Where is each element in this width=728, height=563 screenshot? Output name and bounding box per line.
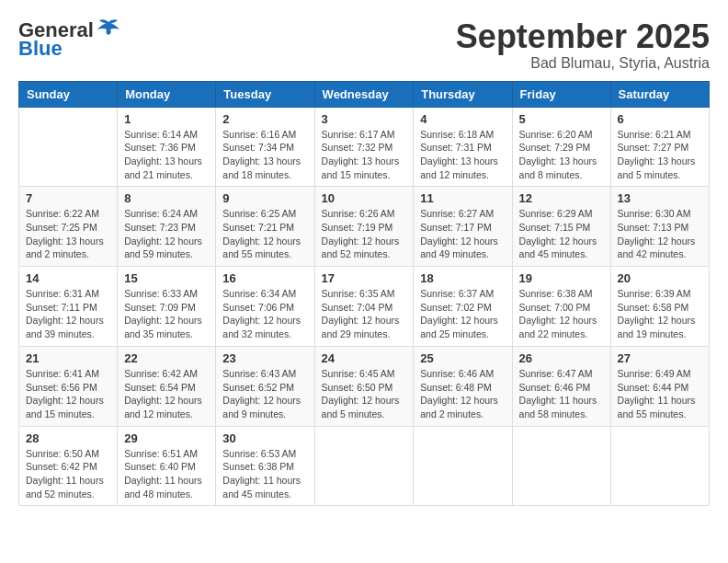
- day-number: 22: [124, 351, 209, 365]
- calendar-cell: 23Sunrise: 6:43 AM Sunset: 6:52 PM Dayli…: [216, 346, 314, 426]
- day-info: Sunrise: 6:30 AM Sunset: 7:13 PM Dayligh…: [618, 207, 702, 261]
- location: Bad Blumau, Styria, Austria: [456, 55, 710, 72]
- day-number: 23: [222, 351, 307, 365]
- calendar-header-thursday: Thursday: [414, 81, 512, 107]
- calendar-cell: 18Sunrise: 6:37 AM Sunset: 7:02 PM Dayli…: [414, 267, 512, 347]
- calendar-cell: 21Sunrise: 6:41 AM Sunset: 6:56 PM Dayli…: [19, 346, 118, 426]
- day-info: Sunrise: 6:50 AM Sunset: 6:42 PM Dayligh…: [26, 447, 110, 501]
- calendar-cell: [314, 426, 414, 506]
- day-number: 9: [222, 191, 307, 205]
- day-info: Sunrise: 6:14 AM Sunset: 7:36 PM Dayligh…: [124, 128, 209, 182]
- day-info: Sunrise: 6:51 AM Sunset: 6:40 PM Dayligh…: [124, 447, 209, 501]
- day-info: Sunrise: 6:27 AM Sunset: 7:17 PM Dayligh…: [420, 207, 505, 261]
- day-number: 20: [618, 271, 702, 285]
- day-info: Sunrise: 6:47 AM Sunset: 6:46 PM Dayligh…: [519, 367, 604, 421]
- day-number: 1: [124, 112, 209, 126]
- calendar-header-friday: Friday: [512, 81, 610, 107]
- day-number: 25: [420, 351, 505, 365]
- calendar-cell: 8Sunrise: 6:24 AM Sunset: 7:23 PM Daylig…: [118, 187, 216, 267]
- day-number: 5: [519, 112, 604, 126]
- day-number: 18: [420, 271, 505, 285]
- day-number: 4: [420, 112, 505, 126]
- day-number: 24: [322, 351, 407, 365]
- day-number: 11: [420, 191, 505, 205]
- calendar-header-wednesday: Wednesday: [314, 81, 414, 107]
- title-block: September 2025 Bad Blumau, Styria, Austr…: [456, 18, 710, 72]
- calendar-cell: 26Sunrise: 6:47 AM Sunset: 6:46 PM Dayli…: [512, 346, 610, 426]
- calendar-header-sunday: Sunday: [19, 81, 118, 107]
- calendar-week-row: 28Sunrise: 6:50 AM Sunset: 6:42 PM Dayli…: [19, 426, 710, 506]
- calendar-header-monday: Monday: [118, 81, 216, 107]
- calendar-cell: 7Sunrise: 6:22 AM Sunset: 7:25 PM Daylig…: [19, 187, 118, 267]
- day-info: Sunrise: 6:29 AM Sunset: 7:15 PM Dayligh…: [519, 207, 604, 261]
- day-number: 29: [124, 431, 209, 445]
- calendar-cell: 27Sunrise: 6:49 AM Sunset: 6:44 PM Dayli…: [610, 346, 709, 426]
- day-number: 17: [322, 271, 407, 285]
- page-header: General Blue September 2025 Bad Blumau, …: [18, 18, 710, 72]
- calendar-cell: 28Sunrise: 6:50 AM Sunset: 6:42 PM Dayli…: [19, 426, 118, 506]
- day-info: Sunrise: 6:21 AM Sunset: 7:27 PM Dayligh…: [618, 128, 702, 182]
- day-number: 13: [618, 191, 702, 205]
- calendar-header-saturday: Saturday: [610, 81, 709, 107]
- day-number: 21: [26, 351, 110, 365]
- day-number: 7: [26, 191, 110, 205]
- calendar-cell: [19, 107, 118, 187]
- day-info: Sunrise: 6:24 AM Sunset: 7:23 PM Dayligh…: [124, 207, 209, 261]
- day-info: Sunrise: 6:31 AM Sunset: 7:11 PM Dayligh…: [26, 287, 110, 341]
- day-number: 26: [519, 351, 604, 365]
- month-title: September 2025: [456, 18, 710, 55]
- calendar-week-row: 1Sunrise: 6:14 AM Sunset: 7:36 PM Daylig…: [19, 107, 710, 187]
- calendar-cell: 16Sunrise: 6:34 AM Sunset: 7:06 PM Dayli…: [216, 267, 314, 347]
- calendar-week-row: 21Sunrise: 6:41 AM Sunset: 6:56 PM Dayli…: [19, 346, 710, 426]
- day-number: 8: [124, 191, 209, 205]
- calendar-cell: 17Sunrise: 6:35 AM Sunset: 7:04 PM Dayli…: [314, 267, 414, 347]
- day-number: 30: [222, 431, 307, 445]
- calendar-cell: 12Sunrise: 6:29 AM Sunset: 7:15 PM Dayli…: [512, 187, 610, 267]
- calendar-cell: 13Sunrise: 6:30 AM Sunset: 7:13 PM Dayli…: [610, 187, 709, 267]
- day-info: Sunrise: 6:18 AM Sunset: 7:31 PM Dayligh…: [420, 128, 505, 182]
- calendar-week-row: 7Sunrise: 6:22 AM Sunset: 7:25 PM Daylig…: [19, 187, 710, 267]
- day-info: Sunrise: 6:39 AM Sunset: 6:58 PM Dayligh…: [618, 287, 702, 341]
- day-info: Sunrise: 6:37 AM Sunset: 7:02 PM Dayligh…: [420, 287, 505, 341]
- calendar-cell: 20Sunrise: 6:39 AM Sunset: 6:58 PM Dayli…: [610, 267, 709, 347]
- calendar-cell: 24Sunrise: 6:45 AM Sunset: 6:50 PM Dayli…: [314, 346, 414, 426]
- calendar-table: SundayMondayTuesdayWednesdayThursdayFrid…: [18, 81, 710, 507]
- day-info: Sunrise: 6:25 AM Sunset: 7:21 PM Dayligh…: [222, 207, 307, 261]
- day-number: 10: [322, 191, 407, 205]
- day-number: 14: [26, 271, 110, 285]
- calendar-cell: 29Sunrise: 6:51 AM Sunset: 6:40 PM Dayli…: [118, 426, 216, 506]
- day-info: Sunrise: 6:41 AM Sunset: 6:56 PM Dayligh…: [26, 367, 110, 421]
- calendar-cell: 5Sunrise: 6:20 AM Sunset: 7:29 PM Daylig…: [512, 107, 610, 187]
- day-number: 6: [618, 112, 702, 126]
- calendar-header-row: SundayMondayTuesdayWednesdayThursdayFrid…: [19, 81, 710, 107]
- calendar-cell: 10Sunrise: 6:26 AM Sunset: 7:19 PM Dayli…: [314, 187, 414, 267]
- logo-bird-icon: [96, 18, 121, 39]
- day-number: 2: [222, 112, 307, 126]
- day-info: Sunrise: 6:53 AM Sunset: 6:38 PM Dayligh…: [222, 447, 307, 501]
- day-number: 19: [519, 271, 604, 285]
- calendar-cell: 15Sunrise: 6:33 AM Sunset: 7:09 PM Dayli…: [118, 267, 216, 347]
- calendar-cell: [414, 426, 512, 506]
- calendar-cell: 9Sunrise: 6:25 AM Sunset: 7:21 PM Daylig…: [216, 187, 314, 267]
- day-info: Sunrise: 6:46 AM Sunset: 6:48 PM Dayligh…: [420, 367, 505, 421]
- day-info: Sunrise: 6:43 AM Sunset: 6:52 PM Dayligh…: [222, 367, 307, 421]
- calendar-cell: 3Sunrise: 6:17 AM Sunset: 7:32 PM Daylig…: [314, 107, 414, 187]
- calendar-cell: 30Sunrise: 6:53 AM Sunset: 6:38 PM Dayli…: [216, 426, 314, 506]
- day-info: Sunrise: 6:42 AM Sunset: 6:54 PM Dayligh…: [124, 367, 209, 421]
- calendar-cell: 14Sunrise: 6:31 AM Sunset: 7:11 PM Dayli…: [19, 267, 118, 347]
- calendar-cell: 22Sunrise: 6:42 AM Sunset: 6:54 PM Dayli…: [118, 346, 216, 426]
- calendar-cell: 1Sunrise: 6:14 AM Sunset: 7:36 PM Daylig…: [118, 107, 216, 187]
- logo-blue: Blue: [18, 37, 63, 61]
- calendar-cell: 4Sunrise: 6:18 AM Sunset: 7:31 PM Daylig…: [414, 107, 512, 187]
- day-number: 16: [222, 271, 307, 285]
- calendar-cell: 6Sunrise: 6:21 AM Sunset: 7:27 PM Daylig…: [610, 107, 709, 187]
- day-info: Sunrise: 6:26 AM Sunset: 7:19 PM Dayligh…: [322, 207, 407, 261]
- calendar-header-tuesday: Tuesday: [216, 81, 314, 107]
- calendar-week-row: 14Sunrise: 6:31 AM Sunset: 7:11 PM Dayli…: [19, 267, 710, 347]
- calendar-cell: 25Sunrise: 6:46 AM Sunset: 6:48 PM Dayli…: [414, 346, 512, 426]
- day-info: Sunrise: 6:33 AM Sunset: 7:09 PM Dayligh…: [124, 287, 209, 341]
- day-info: Sunrise: 6:20 AM Sunset: 7:29 PM Dayligh…: [519, 128, 604, 182]
- calendar-cell: [512, 426, 610, 506]
- calendar-cell: [610, 426, 709, 506]
- day-number: 28: [26, 431, 110, 445]
